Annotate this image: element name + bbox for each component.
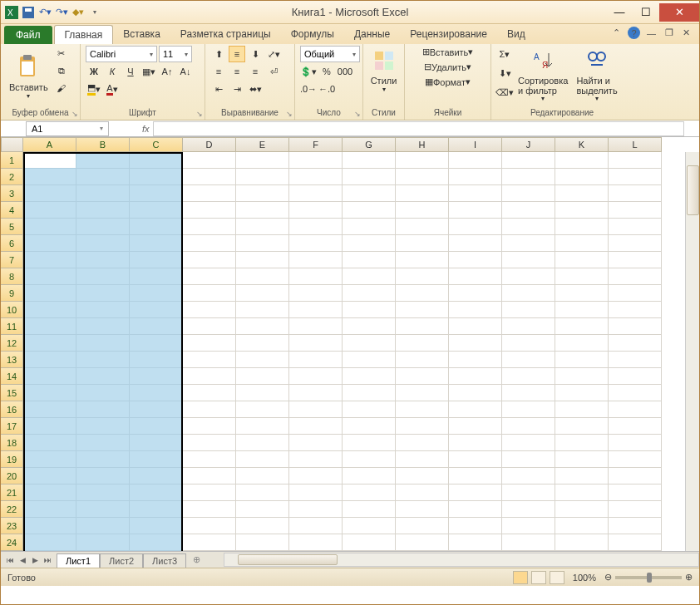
cell[interactable] (396, 368, 449, 385)
cell[interactable] (396, 385, 449, 401)
cell[interactable] (343, 285, 396, 302)
cell[interactable] (502, 318, 555, 335)
cell[interactable] (236, 352, 289, 368)
cell[interactable] (76, 401, 130, 418)
cell[interactable] (555, 451, 609, 468)
cell[interactable] (23, 534, 76, 551)
cell[interactable] (609, 252, 662, 268)
cell[interactable] (130, 285, 183, 302)
cell[interactable] (130, 185, 183, 202)
cell[interactable] (555, 235, 609, 252)
number-format-select[interactable]: Общий (300, 46, 360, 62)
cell[interactable] (449, 202, 502, 219)
cell[interactable] (236, 252, 289, 268)
styles-button[interactable]: Стили▾ (368, 46, 399, 95)
cell[interactable] (609, 534, 662, 551)
cell[interactable] (130, 451, 183, 468)
column-header[interactable]: J (502, 137, 555, 152)
cell[interactable] (130, 385, 183, 401)
cell[interactable] (502, 235, 555, 252)
cell[interactable] (183, 335, 236, 352)
cell[interactable] (76, 252, 130, 268)
cell[interactable] (23, 318, 76, 335)
cell[interactable] (609, 418, 662, 435)
cell[interactable] (555, 468, 609, 484)
cell[interactable] (289, 185, 343, 202)
format-painter-icon[interactable]: 🖌 (53, 80, 70, 96)
cell[interactable] (23, 252, 76, 268)
cell[interactable] (343, 318, 396, 335)
cell[interactable] (130, 152, 183, 169)
cell[interactable] (343, 484, 396, 501)
cell[interactable] (555, 268, 609, 285)
cell[interactable] (130, 418, 183, 435)
cell[interactable] (236, 202, 289, 219)
sheet-nav-first-icon[interactable]: ⏮ (4, 556, 16, 564)
cell[interactable] (183, 285, 236, 302)
row-header[interactable]: 8 (1, 268, 23, 285)
cell[interactable] (236, 435, 289, 451)
cell[interactable] (76, 235, 130, 252)
cell[interactable] (289, 451, 343, 468)
column-header[interactable]: G (343, 137, 396, 152)
cell[interactable] (343, 152, 396, 169)
cell[interactable] (502, 219, 555, 235)
cell[interactable] (76, 285, 130, 302)
cell[interactable] (76, 518, 130, 534)
cell[interactable] (183, 169, 236, 185)
align-center-icon[interactable]: ≡ (229, 63, 245, 80)
row-header[interactable]: 1 (1, 152, 23, 169)
cell[interactable] (502, 501, 555, 518)
cell[interactable] (236, 368, 289, 385)
cell[interactable] (396, 518, 449, 534)
cell[interactable] (76, 302, 130, 318)
row-header[interactable]: 15 (1, 385, 23, 401)
italic-button[interactable]: К (104, 63, 121, 80)
cell[interactable] (183, 418, 236, 435)
cell[interactable] (396, 268, 449, 285)
cell[interactable] (343, 302, 396, 318)
number-dialog-icon[interactable]: ↘ (354, 110, 361, 118)
cell[interactable] (343, 202, 396, 219)
cell[interactable] (130, 169, 183, 185)
cell[interactable] (609, 368, 662, 385)
cell[interactable] (236, 518, 289, 534)
cell[interactable] (396, 152, 449, 169)
cell[interactable] (343, 335, 396, 352)
cell[interactable] (183, 385, 236, 401)
cell[interactable] (502, 518, 555, 534)
cell[interactable] (130, 401, 183, 418)
cell[interactable] (555, 401, 609, 418)
cell[interactable] (289, 252, 343, 268)
shrink-font-icon[interactable]: A↓ (177, 63, 194, 80)
cell[interactable] (23, 501, 76, 518)
cell[interactable] (396, 468, 449, 484)
zoom-in-icon[interactable]: ⊕ (685, 572, 693, 583)
align-top-icon[interactable]: ⬆ (210, 46, 227, 62)
cell[interactable] (183, 202, 236, 219)
cell[interactable] (23, 169, 76, 185)
cell[interactable] (236, 152, 289, 169)
cell[interactable] (76, 501, 130, 518)
cell[interactable] (555, 501, 609, 518)
tab-разметка страницы[interactable]: Разметка страницы (170, 25, 281, 44)
cell[interactable] (502, 368, 555, 385)
cell[interactable] (130, 252, 183, 268)
cell[interactable] (502, 534, 555, 551)
align-dialog-icon[interactable]: ↘ (286, 110, 293, 118)
cell[interactable] (130, 435, 183, 451)
cell[interactable] (76, 534, 130, 551)
cell[interactable] (183, 401, 236, 418)
cell[interactable] (236, 169, 289, 185)
zoom-out-icon[interactable]: ⊖ (604, 572, 612, 583)
minimize-button[interactable]: — (606, 3, 633, 22)
cell[interactable] (609, 285, 662, 302)
cell[interactable] (289, 518, 343, 534)
cell[interactable] (502, 268, 555, 285)
cell[interactable] (76, 484, 130, 501)
row-header[interactable]: 3 (1, 185, 23, 202)
row-header[interactable]: 19 (1, 451, 23, 468)
cell[interactable] (609, 501, 662, 518)
cell[interactable] (502, 484, 555, 501)
cell[interactable] (396, 169, 449, 185)
